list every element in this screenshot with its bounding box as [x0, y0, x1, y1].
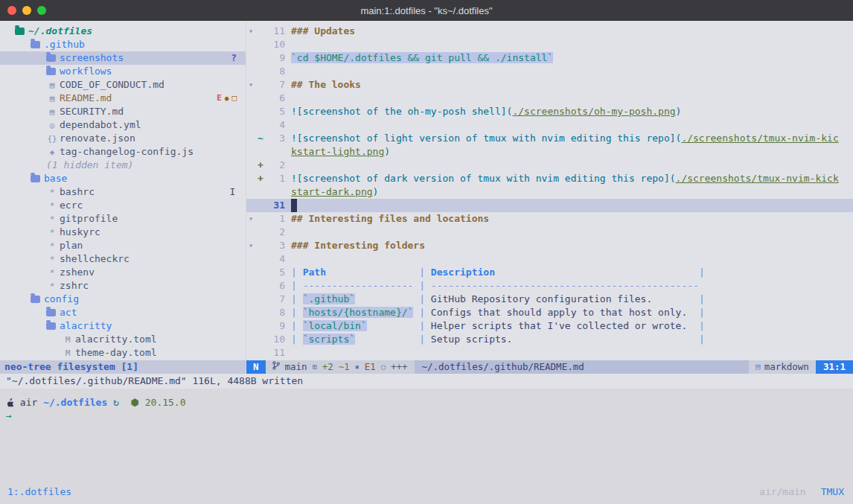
git-sign — [255, 38, 266, 51]
fold-marker: ▾ — [246, 239, 255, 252]
nvim-pane: ~/.dotfiles.githubscreenshots?workflows▤… — [0, 21, 853, 374]
fold-marker — [246, 105, 255, 118]
git-branch-name: main — [285, 360, 307, 374]
folder-icon — [46, 309, 56, 316]
tree-item-shellcheckrc[interactable]: *shellcheckrc — [0, 252, 246, 266]
minimize-button[interactable] — [22, 6, 31, 15]
editor-line[interactable]: 8 — [246, 65, 853, 78]
tree-item-github[interactable]: .github — [0, 38, 246, 51]
file-shell-icon: * — [46, 213, 58, 226]
git-sign — [255, 185, 266, 199]
tree-item-dependabot-yml[interactable]: ◎dependabot.yml — [0, 118, 246, 132]
tree-item-security-md[interactable]: ▤SECURITY.md — [0, 105, 246, 118]
tree-item-zshenv[interactable]: *zshenv — [0, 266, 246, 279]
statusline: N main ⊞ +2 ~1 ▪ E1 ○ +++ ~/.dotfiles/.g… — [246, 360, 853, 374]
statusline-git-section: main ⊞ +2 ~1 ▪ E1 ○ +++ — [266, 360, 415, 374]
editor-line[interactable]: ▾7## The looks — [246, 78, 853, 92]
line-number: 1 — [266, 172, 285, 185]
node-hexagon-icon: ⬢ — [131, 397, 139, 408]
tree-item-theme-day-toml[interactable]: Mtheme-day.toml — [0, 346, 246, 360]
line-text: start-dark.png) — [285, 185, 378, 199]
editor-line[interactable]: 5![screenshot of the oh-my-posh shell](.… — [246, 105, 853, 118]
tree-item-act[interactable]: act — [0, 306, 246, 319]
prompt-user: air — [20, 397, 37, 408]
editor-line[interactable]: 6 — [246, 92, 853, 105]
editor-line[interactable]: 10| `scripts` | Setup scripts. | — [246, 333, 853, 346]
editor-line[interactable]: 5| Path | Description | — [246, 266, 853, 279]
editor-line[interactable]: +1![screenshot of dark version of tmux w… — [246, 172, 853, 185]
editor-line[interactable]: ~3![screenshot of light version of tmux … — [246, 132, 853, 145]
editor-line[interactable]: 4 — [246, 118, 853, 132]
tmux-window-label[interactable]: 1:.dotfiles — [7, 485, 71, 499]
tree-item-screenshots[interactable]: screenshots? — [0, 51, 246, 65]
line-number: 10 — [266, 38, 285, 51]
editor-line[interactable]: 7| `.github` | GitHub Repository configu… — [246, 293, 853, 306]
editor-line[interactable]: ▾1## Interesting files and locations — [246, 212, 853, 226]
tree-item-alacritty[interactable]: alacritty — [0, 319, 246, 333]
line-text — [285, 118, 291, 132]
tree-item-label: zshenv — [60, 267, 95, 278]
line-text: | `hosts/{hostname}/` | Configs that sho… — [285, 306, 705, 319]
fold-marker — [246, 159, 255, 172]
editor-line[interactable]: start-dark.png) — [246, 185, 853, 199]
tree-item-dotfiles[interactable]: ~/.dotfiles — [0, 25, 246, 38]
file-yml-icon: ◎ — [46, 119, 58, 133]
line-number — [266, 145, 285, 159]
tree-item-huskyrc[interactable]: *huskyrc — [0, 226, 246, 239]
editor-line-current[interactable]: 31 — [246, 199, 853, 212]
neotree-panel: ~/.dotfiles.githubscreenshots?workflows▤… — [0, 21, 246, 374]
diff-changed: ~1 — [339, 360, 350, 374]
tree-item-zshrc[interactable]: *zshrc — [0, 279, 246, 293]
tree-item-label: config — [44, 293, 79, 304]
editor-line[interactable]: +2 — [246, 159, 853, 172]
editor-line[interactable]: 11 — [246, 346, 853, 360]
editor-line[interactable]: ▾3### Interesting folders — [246, 239, 853, 252]
tree-item-plan[interactable]: *plan — [0, 239, 246, 252]
editor-line[interactable]: 8| `hosts/{hostname}/` | Configs that sh… — [246, 306, 853, 319]
statusline-filepath: ~/.dotfiles/.github/README.md — [415, 360, 750, 374]
editor-line[interactable]: ▾11### Updates — [246, 25, 853, 38]
zoom-button[interactable] — [37, 6, 46, 15]
tree-item-label: renovate.json — [60, 133, 135, 144]
tree-item-base[interactable]: base — [0, 172, 246, 185]
titlebar[interactable]: main:1:.dotfiles - "ks~/.dotfiles" — [0, 0, 853, 21]
file-md-icon: ▤ — [46, 79, 58, 92]
tree-item-config[interactable]: config — [0, 293, 246, 306]
tree-item-tag-changelog-config-js[interactable]: ◈tag-changelog-config.js — [0, 145, 246, 159]
tree-item-code-of-conduct-md[interactable]: ▤CODE_OF_CONDUCT.md — [0, 78, 246, 92]
line-number: 9 — [266, 319, 285, 333]
fold-marker: ▾ — [246, 212, 255, 226]
tree-item-workflows[interactable]: workflows — [0, 65, 246, 78]
editor-line[interactable]: 4 — [246, 252, 853, 266]
folder-icon — [46, 54, 56, 62]
file-shell-icon: * — [46, 226, 58, 240]
tree-item-alacritty-toml[interactable]: Malacritty.toml — [0, 333, 246, 346]
tree-item-label: act — [60, 307, 77, 318]
fold-marker — [246, 145, 255, 159]
close-button[interactable] — [7, 6, 16, 15]
tree-item-readme-md[interactable]: ▤README.mdE●□ — [0, 92, 246, 105]
tree-item-gitprofile[interactable]: *gitprofile — [0, 212, 246, 226]
terminal-window: main:1:.dotfiles - "ks~/.dotfiles" ~/.do… — [0, 0, 853, 504]
editor-line[interactable]: kstart-light.png) — [246, 145, 853, 159]
git-sign — [255, 105, 266, 118]
diag-error-badge: E — [217, 92, 222, 105]
editor-line[interactable]: 9`cd $HOME/.dotfiles && git pull && ./in… — [246, 51, 853, 65]
prompt-arrow[interactable]: → — [0, 409, 853, 423]
git-sign — [255, 239, 266, 252]
tree-item-bashrc[interactable]: *bashrcI — [0, 185, 246, 199]
editor-line[interactable]: 6| ------------------- | ---------------… — [246, 279, 853, 293]
file-shell-icon: * — [46, 240, 58, 253]
editor-buffer[interactable]: ▾11### Updates109`cd $HOME/.dotfiles && … — [246, 21, 853, 360]
tmux-badge: TMUX — [821, 485, 844, 499]
hunks-count: +++ — [391, 360, 408, 374]
line-text — [285, 159, 291, 172]
fold-marker — [246, 118, 255, 132]
tree-item-ecrc[interactable]: *ecrc — [0, 199, 246, 212]
editor-line[interactable]: 2 — [246, 226, 853, 239]
tree-item-1-hidden-item[interactable]: (1 hidden item) — [0, 159, 246, 172]
editor-line[interactable]: 9| `local/bin` | Helper scripts that I'v… — [246, 319, 853, 333]
git-sign — [255, 118, 266, 132]
editor-line[interactable]: 10 — [246, 38, 853, 51]
tree-item-renovate-json[interactable]: {}renovate.json — [0, 132, 246, 145]
